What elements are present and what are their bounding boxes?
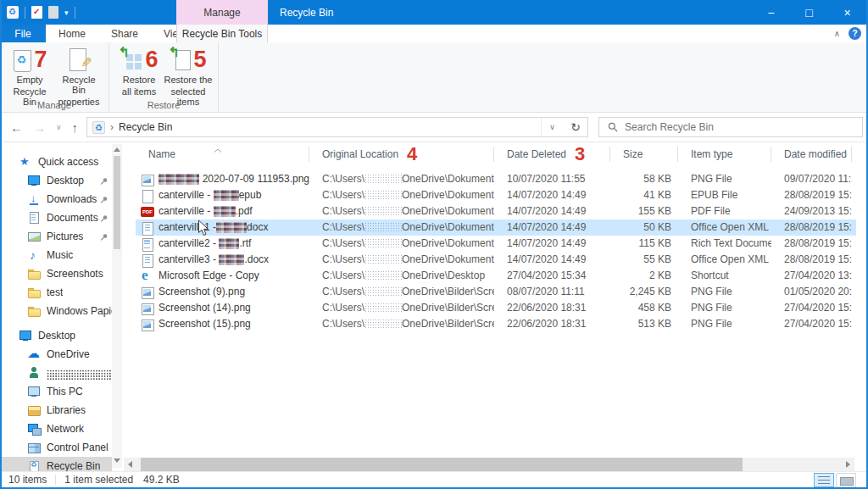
size-cell: 115 KB — [610, 236, 678, 252]
details-view-button[interactable] — [814, 473, 834, 487]
sidebar-item-music[interactable]: Music — [0, 246, 112, 264]
refresh-icon[interactable]: ↻ — [564, 117, 587, 137]
forward-icon[interactable]: → — [33, 120, 46, 135]
column-header-original-location[interactable]: Original Location4 — [309, 142, 494, 166]
scroll-up-icon[interactable] — [114, 147, 120, 152]
recycle-bin-icon — [12, 47, 32, 72]
restore-all-items-button[interactable]: 6Restoreall items — [114, 44, 164, 107]
selection-status: 1 item selected — [64, 474, 133, 486]
ribbon-group-restore: 6Restoreall items5Restore theselected it… — [109, 42, 219, 112]
sidebar-item-downloads[interactable]: Downloads — [0, 190, 112, 208]
address-bar[interactable]: › Recycle Bin ∨ ↻ — [86, 117, 588, 137]
divider — [25, 7, 25, 19]
close-button[interactable]: × — [828, 0, 866, 25]
table-row[interactable]: Screenshot (15).pngC:\Users\OneDrive\Bil… — [136, 316, 856, 332]
properties-icon — [68, 47, 90, 72]
column-header-size[interactable]: Size — [610, 142, 678, 166]
scroll-right-icon[interactable] — [846, 461, 850, 468]
breadcrumb-location[interactable]: Recycle Bin — [119, 121, 172, 133]
sidebar-item-libraries[interactable]: Libraries — [0, 401, 112, 420]
breadcrumb[interactable]: › Recycle Bin — [87, 121, 541, 134]
column-header-name[interactable]: Name — [136, 142, 309, 166]
search-input[interactable] — [625, 121, 837, 133]
empty-recycle-bin-button[interactable]: 7EmptyRecycle Bin — [5, 44, 54, 107]
back-icon[interactable]: ← — [10, 120, 23, 135]
address-dropdown-icon[interactable]: ∨ — [541, 118, 563, 136]
table-row[interactable]: Microsoft Edge - CopyC:\Users\OneDrive\D… — [136, 268, 856, 284]
table-row[interactable]: canterville1 -docxC:\Users\OneDrive\Doku… — [136, 219, 856, 236]
horizontal-scrollbar[interactable] — [124, 458, 854, 471]
table-row[interactable]: Screenshot (9).pngC:\Users\OneDrive\Bild… — [136, 284, 856, 300]
censored-username — [364, 254, 402, 264]
table-row[interactable]: canterville - epubC:\Users\OneDrive\Doku… — [136, 187, 856, 203]
table-row[interactable]: canterville - .pdfC:\Users\OneDrive\Doku… — [136, 203, 856, 219]
date-modified-cell: 27/04/2020 15:30 — [771, 316, 852, 332]
sidebar-scrollbar[interactable] — [112, 144, 122, 468]
item-type-cell: EPUB File — [678, 187, 771, 203]
sidebar-item-desktop[interactable]: Desktop — [0, 326, 112, 345]
pin-icon — [100, 214, 108, 225]
recycle-bin-properties-button[interactable]: Recycle Binproperties — [54, 44, 103, 107]
item-type-cell: PNG File — [678, 284, 771, 300]
sidebar-item-test[interactable]: test — [0, 283, 112, 302]
scrollbar-thumb[interactable] — [114, 156, 120, 249]
ribbon: 7EmptyRecycle BinRecycle BinpropertiesMa… — [0, 42, 868, 113]
sidebar-item-screenshots[interactable]: Screenshots — [0, 264, 112, 283]
tab-strip: FileHomeShareViewRecycle Bin Tools — [0, 25, 868, 42]
large-icons-view-button[interactable] — [836, 473, 856, 487]
size-cell: 2,245 KB — [610, 284, 678, 300]
scroll-down-icon[interactable] — [114, 458, 120, 463]
censored-username — [364, 206, 402, 216]
sidebar-item-windows-papier[interactable]: Windows Papier — [0, 302, 112, 320]
date-modified-cell: 28/08/2019 15:40 — [771, 236, 852, 252]
group-label-restore: Restore — [109, 100, 218, 110]
sidebar-item-onedrive[interactable]: OneDrive — [0, 345, 112, 364]
empty-bin-icon[interactable] — [48, 6, 58, 19]
date-deleted-cell: 10/07/2020 11:55 — [494, 171, 610, 187]
recent-locations-chevron-icon[interactable]: ∨ — [56, 123, 62, 131]
table-row[interactable]: canterville2 - .rtfC:\Users\OneDrive\Dok… — [136, 236, 856, 252]
date-deleted-cell: 14/07/2020 14:49 — [494, 187, 610, 203]
sidebar-item-network[interactable]: Network — [0, 420, 112, 438]
sort-ascending-icon — [214, 143, 222, 155]
breadcrumb-chevron-icon[interactable]: › — [110, 121, 114, 133]
maximize-button[interactable]: □ — [790, 0, 828, 25]
help-icon[interactable]: ? — [849, 27, 861, 40]
tab-share[interactable]: Share — [98, 25, 151, 42]
sidebar-item-this-pc[interactable]: This PC — [0, 382, 112, 401]
collapse-ribbon-icon[interactable]: ∧ — [834, 29, 840, 38]
docx-file-icon — [141, 221, 154, 235]
search-box[interactable] — [598, 117, 863, 137]
tab-file[interactable]: File — [0, 25, 46, 42]
date-deleted-cell: 22/06/2020 18:31 — [494, 300, 610, 316]
search-icon — [608, 122, 618, 132]
folder-icon — [27, 286, 42, 299]
annotation-5: 5 — [193, 48, 206, 71]
restore-selected-items-button[interactable]: 5Restore theselected items — [164, 44, 213, 107]
column-header-date-deleted[interactable]: Date Deleted3 — [494, 142, 610, 166]
scrollbar-thumb[interactable] — [141, 458, 743, 471]
chevron-down-icon[interactable]: ▾ — [64, 8, 69, 17]
navigation-pane: Quick accessDesktopDownloadsDocumentsPic… — [0, 142, 124, 471]
table-row[interactable]: 2020-07-09 111953.pngC:\Users\OneDrive\D… — [136, 171, 856, 187]
sidebar-item-pictures[interactable]: Pictures — [0, 227, 112, 246]
sidebar-item-desktop[interactable]: Desktop — [0, 171, 112, 190]
sidebar-item-documents[interactable]: Documents — [0, 208, 112, 227]
pin-icon — [100, 176, 108, 188]
sidebar-item-quick-access[interactable]: Quick access — [0, 153, 112, 171]
scroll-left-icon[interactable] — [128, 461, 132, 468]
up-icon[interactable]: ↑ — [72, 120, 79, 135]
column-header-item-type[interactable]: Item type — [678, 142, 771, 166]
properties-icon[interactable] — [31, 6, 42, 19]
table-row[interactable]: Screenshot (14).pngC:\Users\OneDrive\Bil… — [136, 300, 856, 316]
sidebar-item-control-panel[interactable]: Control Panel — [0, 438, 112, 457]
tab-recycle-bin-tools[interactable]: Recycle Bin Tools — [176, 25, 268, 42]
sidebar-item-user[interactable] — [0, 364, 112, 382]
original-location-cell: C:\Users\OneDrive\Dokumente\Da... — [309, 219, 494, 236]
tab-home[interactable]: Home — [46, 25, 98, 42]
minimize-button[interactable]: − — [752, 0, 790, 25]
file-rows: 2020-07-09 111953.pngC:\Users\OneDrive\D… — [136, 166, 856, 332]
table-row[interactable]: canterville3 - .docxC:\Users\OneDrive\Do… — [136, 252, 856, 268]
column-header-date-modified[interactable]: Date modified — [771, 142, 852, 166]
recycle-bin-icon[interactable] — [7, 6, 19, 19]
